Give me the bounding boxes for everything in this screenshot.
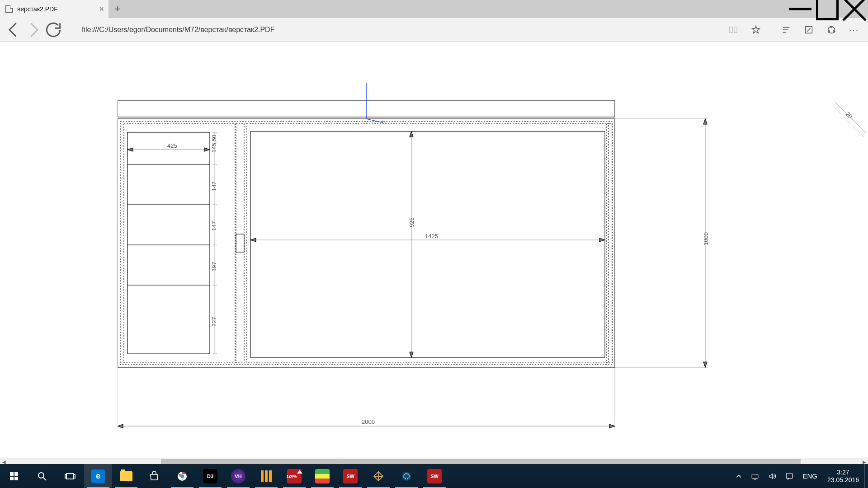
- back-button[interactable]: [4, 20, 24, 40]
- dim-shelf3: 147: [211, 221, 217, 231]
- svg-rect-15: [124, 123, 235, 363]
- tab-bar: верстак2.PDF × +: [0, 0, 868, 18]
- forward-button[interactable]: [24, 20, 43, 40]
- start-button[interactable]: [0, 464, 28, 488]
- svg-rect-23: [247, 123, 609, 363]
- svg-rect-22: [236, 234, 244, 252]
- app-diamond-button[interactable]: [364, 464, 392, 488]
- svg-rect-56: [14, 472, 18, 476]
- more-button[interactable]: ···: [844, 20, 864, 40]
- svg-rect-70: [787, 474, 793, 479]
- close-window-button[interactable]: [841, 0, 868, 18]
- dim-corner: 20: [844, 111, 854, 120]
- svg-point-65: [180, 474, 184, 478]
- address-bar: file:///C:/Users/egor/Documents/M72/верс…: [0, 18, 868, 42]
- task-view-button[interactable]: [56, 464, 84, 488]
- dim-overall-height: 1000: [703, 232, 709, 245]
- svg-marker-38: [599, 238, 605, 242]
- cad-drawing: 2000 425 1425 1000 925 145,50 147 147 19…: [118, 56, 868, 449]
- svg-line-60: [43, 478, 46, 480]
- svg-rect-16: [127, 132, 210, 354]
- maximize-button[interactable]: [814, 0, 841, 18]
- svg-rect-62: [65, 474, 66, 478]
- tray-volume-icon[interactable]: [764, 464, 781, 488]
- edge-taskbar-button[interactable]: e: [84, 464, 112, 488]
- svg-marker-40: [410, 131, 413, 137]
- svg-point-59: [38, 473, 44, 478]
- app-d3-button[interactable]: D3: [196, 464, 224, 488]
- url-text[interactable]: file:///C:/Users/egor/Documents/M72/верс…: [82, 26, 274, 34]
- svg-rect-21: [236, 123, 244, 363]
- svg-rect-57: [10, 477, 14, 480]
- solidworks-1-button[interactable]: SW: [336, 464, 364, 488]
- svg-marker-44: [204, 148, 210, 151]
- window-controls: [787, 0, 868, 18]
- app-120-button[interactable]: 120%: [280, 464, 308, 488]
- svg-point-9: [830, 26, 832, 28]
- svg-rect-13: [118, 119, 615, 367]
- dim-shelf5: 227: [211, 317, 217, 327]
- svg-marker-30: [609, 424, 615, 428]
- dim-shelf1: 145,50: [211, 135, 217, 153]
- close-tab-icon[interactable]: ×: [99, 5, 104, 14]
- svg-rect-55: [10, 472, 14, 476]
- pdf-viewport[interactable]: 2000 425 1425 1000 925 145,50 147 147 19…: [0, 42, 868, 465]
- svg-rect-14: [120, 122, 612, 365]
- svg-marker-41: [410, 352, 413, 357]
- share-button[interactable]: [821, 20, 842, 40]
- dim-right-height: 925: [408, 217, 415, 227]
- tray-expand-button[interactable]: [731, 464, 746, 488]
- svg-rect-61: [66, 474, 74, 479]
- webnote-button[interactable]: [798, 20, 819, 40]
- app-vh-button[interactable]: VH: [224, 464, 252, 488]
- explorer-taskbar-button[interactable]: [112, 464, 140, 488]
- tray-network-icon[interactable]: [746, 464, 764, 488]
- svg-marker-43: [127, 148, 133, 151]
- solidworks-2-button[interactable]: SW: [420, 464, 448, 488]
- svg-rect-68: [752, 474, 759, 478]
- favorites-button[interactable]: [745, 20, 766, 40]
- svg-rect-63: [74, 474, 75, 478]
- svg-rect-25: [607, 123, 612, 363]
- search-button[interactable]: [28, 464, 56, 488]
- minimize-button[interactable]: [787, 0, 814, 18]
- svg-marker-37: [250, 238, 256, 242]
- app-bars-button[interactable]: [252, 464, 280, 488]
- svg-rect-24: [250, 131, 605, 357]
- tray-clock[interactable]: 3:27 23.05.2016: [822, 469, 864, 484]
- svg-marker-29: [118, 424, 123, 428]
- new-tab-button[interactable]: +: [108, 0, 127, 18]
- refresh-button[interactable]: [43, 20, 63, 40]
- hub-button[interactable]: [776, 20, 797, 40]
- reading-view-button[interactable]: [723, 20, 744, 40]
- svg-rect-1: [817, 0, 838, 19]
- tray-language[interactable]: ENG: [798, 464, 822, 488]
- tab-title: верстак2.PDF: [17, 5, 58, 13]
- dim-shelf2: 147: [211, 181, 217, 191]
- dim-shelf4: 197: [211, 262, 217, 272]
- svg-rect-58: [14, 477, 18, 480]
- browser-tab[interactable]: верстак2.PDF ×: [0, 0, 108, 18]
- document-icon: [5, 5, 13, 13]
- tray-notifications-icon[interactable]: [781, 464, 798, 488]
- system-tray: ENG 3:27 23.05.2016: [731, 464, 868, 488]
- app-flag-button[interactable]: [308, 464, 336, 488]
- dim-shelf-width: 425: [167, 142, 177, 149]
- svg-line-53: [832, 105, 863, 137]
- dim-overall-width: 2000: [362, 418, 375, 425]
- dim-right-width: 1425: [425, 233, 438, 239]
- chrome-taskbar-button[interactable]: [168, 464, 196, 488]
- store-taskbar-button[interactable]: [140, 464, 168, 488]
- tray-time: 3:27: [837, 469, 849, 476]
- svg-marker-35: [703, 362, 707, 367]
- show-desktop-button[interactable]: [864, 464, 868, 488]
- tray-date: 23.05.2016: [827, 476, 859, 484]
- app-circle-button[interactable]: [392, 464, 420, 488]
- taskbar: e D3 VH 120% SW SW ENG 3:27 23.05.2016: [0, 464, 868, 488]
- svg-marker-34: [703, 119, 707, 124]
